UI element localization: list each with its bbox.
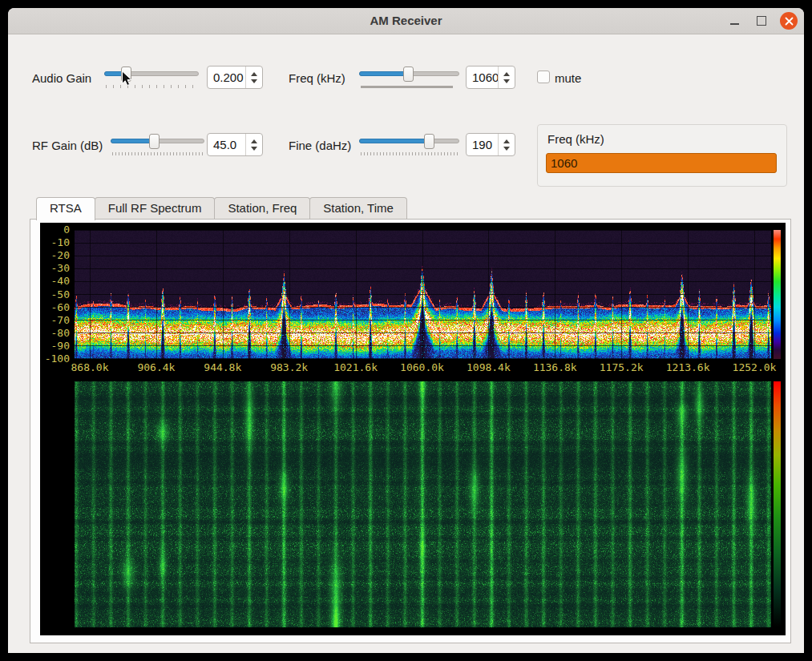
y-axis-tick-label: -30 [41, 263, 70, 274]
x-axis-tick-label: 1252.0k [722, 361, 786, 373]
slider-fill [359, 71, 409, 76]
y-axis-tick-label: -10 [41, 237, 70, 248]
fine-label: Fine (daHz) [289, 139, 351, 152]
x-axis-tick-label: 1060.0k [390, 361, 454, 373]
titlebar-buttons [725, 8, 798, 34]
persistence-spectrum-canvas[interactable] [75, 230, 771, 359]
spectrum-colorbar [774, 230, 781, 359]
spin-up-icon[interactable] [503, 72, 510, 76]
mute-checkbox[interactable] [537, 71, 550, 83]
fine-spin-buttons [498, 134, 515, 155]
slider-ticks [361, 86, 453, 88]
waterfall-canvas[interactable] [75, 381, 771, 627]
tab-station-time[interactable]: Station, Time [309, 197, 407, 219]
slider-handle[interactable] [149, 134, 160, 149]
x-axis-tick-label: 944.8k [191, 361, 255, 373]
spin-down-icon[interactable] [503, 147, 510, 151]
slider-fill [111, 139, 155, 143]
y-axis-tick-label: -90 [41, 341, 70, 352]
freq-khz-entry[interactable]: 1060 [546, 153, 777, 173]
close-button[interactable] [780, 12, 798, 30]
y-axis-tick-label: -40 [41, 276, 70, 287]
slider-fill [359, 139, 430, 143]
x-axis-tick-label: 906.4k [124, 361, 188, 373]
slider-ticks [361, 152, 458, 155]
freq-slider[interactable] [359, 67, 459, 87]
audio-gain-spin-buttons [245, 67, 262, 88]
audio-gain-value[interactable]: 0.200 [213, 67, 244, 88]
freq-label: Freq (kHz) [289, 71, 345, 85]
audio-gain-spinbox: 0.200 [207, 66, 263, 89]
slider-ticks [106, 85, 197, 88]
tab-station-freq[interactable]: Station, Freq [214, 197, 310, 219]
y-axis-tick-label: -70 [41, 315, 70, 326]
mouse-cursor [121, 71, 134, 88]
y-axis-tick-label: -20 [41, 250, 70, 261]
slider-handle[interactable] [403, 67, 414, 82]
x-axis-tick-label: 983.2k [257, 361, 321, 373]
freq-spin-buttons [498, 67, 515, 88]
y-axis-tick-label: -50 [41, 289, 70, 300]
x-axis-tick-label: 1098.4k [456, 361, 520, 373]
minimize-button[interactable] [725, 12, 743, 30]
x-axis-tick-label: 1213.6k [656, 361, 720, 373]
plot-container: 0-10-20-30-40-50-60-70-80-90-100 868.0k9… [40, 223, 786, 635]
freq-spinbox: 1060 [466, 66, 515, 89]
slider-handle[interactable] [424, 134, 434, 149]
mute-label[interactable]: mute [555, 71, 581, 85]
app-window: AM Receiver Audio Gain 0.200 Freq (kHz) … [8, 8, 804, 653]
minimize-icon [730, 23, 739, 25]
maximize-icon [757, 16, 766, 26]
spin-up-icon[interactable] [251, 72, 257, 76]
y-axis-tick-label: -60 [41, 302, 70, 313]
audio-gain-label: Audio Gain [32, 71, 91, 85]
audio-gain-slider[interactable] [104, 67, 199, 87]
fine-slider[interactable] [359, 134, 459, 155]
freq-khz-groupbox: Freq (kHz) 1060 [537, 124, 787, 187]
freq-value[interactable]: 1060 [472, 67, 499, 88]
slider-ticks [112, 152, 203, 155]
spin-down-icon[interactable] [503, 79, 510, 83]
tab-rtsa[interactable]: RTSA [36, 197, 95, 220]
waterfall-colorbar [774, 381, 781, 627]
x-axis-tick-label: 868.0k [58, 361, 122, 373]
spin-down-icon[interactable] [251, 147, 257, 151]
rf-gain-spinbox: 45.0 [207, 133, 263, 156]
rf-gain-spin-buttons [245, 134, 262, 155]
x-axis-tick-label: 1136.8k [523, 361, 587, 373]
spin-up-icon[interactable] [251, 139, 257, 143]
x-axis-tick-label: 1175.2k [589, 361, 653, 373]
close-icon [785, 17, 794, 26]
spin-up-icon[interactable] [503, 139, 510, 143]
maximize-button[interactable] [753, 12, 770, 30]
rf-gain-value[interactable]: 45.0 [213, 134, 236, 155]
window-title: AM Receiver [8, 8, 804, 34]
freq-khz-groupbox-label: Freq (kHz) [547, 132, 604, 146]
rf-gain-label: RF Gain (dB) [32, 139, 103, 152]
y-axis-tick-label: 0 [41, 224, 70, 236]
rf-gain-slider[interactable] [111, 134, 204, 155]
y-axis-tick-label: -80 [41, 328, 70, 339]
x-axis-tick-label: 1021.6k [324, 361, 388, 373]
fine-value[interactable]: 190 [472, 134, 492, 155]
titlebar[interactable]: AM Receiver [8, 8, 804, 34]
spin-down-icon[interactable] [251, 79, 257, 83]
tab-full-rf-spectrum[interactable]: Full RF Spectrum [95, 197, 216, 219]
tab-bar: RTSAFull RF SpectrumStation, FreqStation… [36, 197, 406, 220]
fine-spinbox: 190 [466, 133, 515, 156]
